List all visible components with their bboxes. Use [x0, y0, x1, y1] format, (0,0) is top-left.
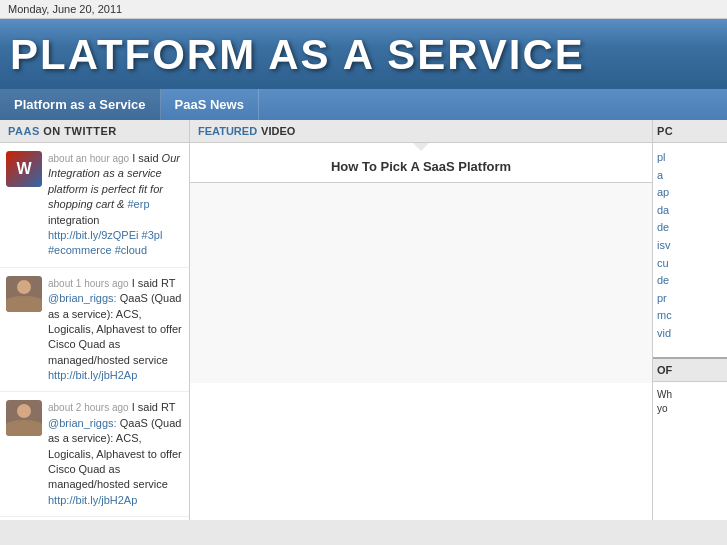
- avatar: [6, 276, 42, 312]
- nav-item-paas-news[interactable]: PaaS News: [161, 89, 259, 120]
- tweet-hashtags: #ecommerce #cloud: [48, 244, 147, 256]
- video-arrow: [413, 143, 429, 151]
- featured-video-header: FEATURED VIDEO: [190, 120, 652, 143]
- right-sidebar-content: plaapdadeisvcudeprmcvid: [653, 143, 727, 349]
- tweet-content: about 2 hours ago I said RT @brian_riggs…: [48, 400, 183, 508]
- tweet-item: about 1 hours ago I said RT @brian_riggs…: [0, 268, 189, 393]
- tweet-item: W about an hour ago I said Our Integrati…: [0, 143, 189, 268]
- right-sidebar-text: plaapdadeisvcudeprmcvid: [657, 149, 723, 343]
- avatar-person: [6, 276, 42, 312]
- featured-label: FEATURED: [198, 125, 257, 137]
- avatar-person: [6, 400, 42, 436]
- video-label: VIDEO: [261, 125, 295, 137]
- left-sidebar: PAAS ON TWITTER W about an hour ago I sa…: [0, 120, 190, 520]
- tweet-mention[interactable]: @brian_riggs:: [48, 417, 117, 429]
- tweet-link[interactable]: http://bit.ly/jbH2Ap: [48, 494, 137, 506]
- tweet-link[interactable]: http://bit.ly/9zQPEi: [48, 229, 138, 241]
- avatar-logo: W: [6, 151, 42, 187]
- nav-bar: Platform as a Service PaaS News: [0, 89, 727, 120]
- center-content: FEATURED VIDEO How To Pick A SaaS Platfo…: [190, 120, 652, 520]
- tweet-content: about an hour ago I said Our Integration…: [48, 151, 183, 259]
- top-bar: Monday, June 20, 2011: [0, 0, 727, 19]
- tweet-content: about 1 hours ago I said RT @brian_riggs…: [48, 276, 183, 384]
- header: PLATFORM AS A SERVICE: [0, 19, 727, 89]
- main-layout: PAAS ON TWITTER W about an hour ago I sa…: [0, 120, 727, 520]
- right-sidebar-bottom-header: OF: [653, 357, 727, 382]
- avatar: W: [6, 151, 42, 187]
- video-title: How To Pick A SaaS Platform: [190, 151, 652, 183]
- tweet-item: about 2 hours ago I said RT @brian_riggs…: [0, 392, 189, 517]
- nav-item-platform[interactable]: Platform as a Service: [0, 89, 161, 120]
- twitter-section-title: PAAS ON TWITTER: [0, 120, 189, 143]
- tweet-hashtag: #erp: [128, 198, 150, 210]
- right-promo-content: Whyo: [653, 382, 727, 422]
- tweet-mention[interactable]: @brian_riggs:: [48, 292, 117, 304]
- tweet-time: about an hour ago: [48, 153, 129, 164]
- right-sidebar: PC plaapdadeisvcudeprmcvid OF Whyo: [652, 120, 727, 520]
- tweet-time: about 1 hours ago: [48, 278, 129, 289]
- avatar: [6, 400, 42, 436]
- tweet-link[interactable]: http://bit.ly/jbH2Ap: [48, 369, 137, 381]
- tweet-time: about 2 hours ago: [48, 402, 129, 413]
- paas-label: PAAS: [8, 125, 40, 137]
- date-label: Monday, June 20, 2011: [8, 3, 122, 15]
- video-embed-area[interactable]: [190, 183, 652, 383]
- tweet-hashtag2: #3pl: [142, 229, 163, 241]
- on-twitter-label: ON TWITTER: [43, 125, 116, 137]
- right-sidebar-header: PC: [653, 120, 727, 143]
- site-title: PLATFORM AS A SERVICE: [10, 31, 717, 79]
